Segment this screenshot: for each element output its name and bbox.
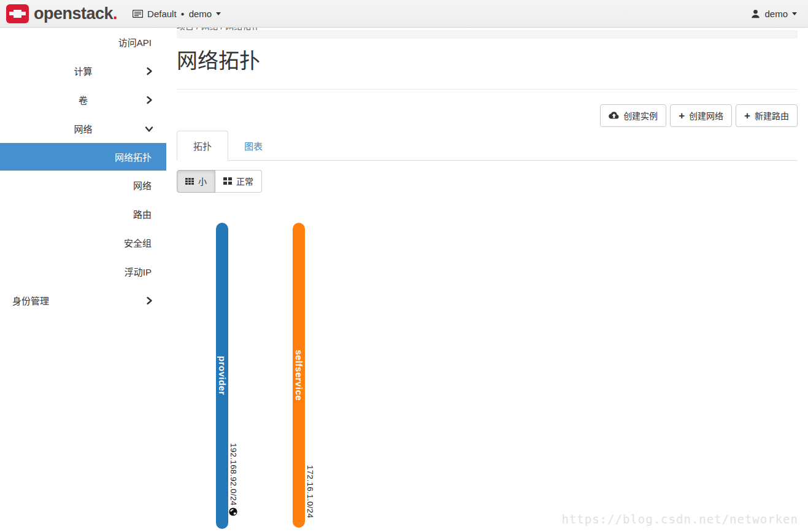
sidebar-item-label: 计算 xyxy=(74,64,92,77)
chevron-right-icon xyxy=(145,96,153,104)
subnet-label-provider: 192.168.92.0/24 xyxy=(229,443,238,516)
sidebar-item-label: 身份管理 xyxy=(12,294,49,307)
openstack-brand[interactable]: openstack. xyxy=(6,4,117,23)
create-router-label: 新建路由 xyxy=(755,109,789,121)
create-router-button[interactable]: + 新建路由 xyxy=(736,104,798,127)
sidebar-group-identity[interactable]: 身份管理 xyxy=(0,286,166,315)
project-label: demo xyxy=(189,9,212,19)
page-title: 网络拓扑 xyxy=(177,48,798,74)
csdn-watermark: https://blog.csdn.net/networken xyxy=(561,512,798,526)
sidebar-group-volumes[interactable]: 卷 xyxy=(0,85,166,114)
launch-instance-button[interactable]: 创建实例 xyxy=(600,104,666,127)
user-name: demo xyxy=(764,9,788,19)
grid-normal-icon xyxy=(223,177,232,185)
sidebar-group-compute[interactable]: 计算 xyxy=(0,56,166,85)
network-bar-selfservice[interactable]: selfservice xyxy=(293,223,305,528)
openstack-logo-icon xyxy=(6,4,29,23)
sidebar-item-network-topology[interactable]: 网络拓扑 xyxy=(0,143,166,171)
caret-down-icon xyxy=(792,12,797,15)
user-icon xyxy=(751,9,760,18)
network-bar-provider[interactable]: provider xyxy=(216,223,228,529)
sidebar-item-label: 路由 xyxy=(133,207,152,220)
view-tabs: 拓扑 图表 xyxy=(177,131,798,161)
plus-icon: + xyxy=(679,110,685,121)
title-divider xyxy=(177,89,798,90)
domain-project-switcher[interactable]: Default ● demo xyxy=(133,9,221,19)
sidebar-item-floating-ips[interactable]: 浮动IP xyxy=(0,257,166,286)
sidebar-item-networks[interactable]: 网络 xyxy=(0,171,166,199)
sidebar-item-label: 卷 xyxy=(79,93,88,106)
sidebar-item-api-access[interactable]: 访问API xyxy=(0,28,166,56)
network-name-label: selfservice xyxy=(294,350,304,401)
grid-small-icon xyxy=(185,178,194,185)
sidebar-item-label: 安全组 xyxy=(124,236,152,249)
top-navbar: openstack. Default ● demo demo xyxy=(0,0,808,28)
sidebar-item-label: 浮动IP xyxy=(125,265,152,278)
size-toggle-group: 小 正常 xyxy=(177,170,262,193)
domain-list-icon xyxy=(133,10,143,18)
plus-icon: + xyxy=(744,110,750,121)
subnet-label-selfservice: 172.16.1.0/24 xyxy=(306,465,315,518)
tab-topology[interactable]: 拓扑 xyxy=(177,131,228,161)
domain-label: Default xyxy=(147,9,177,19)
sidebar-item-routers[interactable]: 路由 xyxy=(0,199,166,228)
page-header-bar xyxy=(177,30,798,39)
main-content: 项目 / 网络 / 网络拓扑 网络拓扑 创建实例 + 创建网络 + 新建路由 拓… xyxy=(166,28,808,532)
sidebar-group-network[interactable]: 网络 xyxy=(0,114,166,143)
chevron-right-icon xyxy=(145,296,153,305)
sidebar-item-label: 访问API xyxy=(118,36,152,48)
sidebar-item-security-groups[interactable]: 安全组 xyxy=(0,228,166,257)
user-menu[interactable]: demo xyxy=(751,9,797,19)
size-normal-button[interactable]: 正常 xyxy=(215,170,262,193)
size-normal-label: 正常 xyxy=(236,175,253,187)
create-network-label: 创建网络 xyxy=(689,109,723,121)
sidebar-item-label: 网络 xyxy=(133,179,152,191)
size-small-label: 小 xyxy=(198,175,207,187)
chevron-right-icon xyxy=(145,67,153,75)
network-name-label: provider xyxy=(217,356,228,395)
cloud-upload-icon xyxy=(609,111,619,120)
context-bullet: ● xyxy=(181,10,185,17)
launch-instance-label: 创建实例 xyxy=(623,109,658,121)
external-network-globe-icon xyxy=(229,507,237,516)
size-small-button[interactable]: 小 xyxy=(177,170,215,193)
caret-down-icon xyxy=(216,12,221,15)
action-buttons: 创建实例 + 创建网络 + 新建路由 xyxy=(177,104,798,127)
sidebar-item-label: 网络 xyxy=(74,122,92,135)
chevron-down-icon xyxy=(145,125,153,133)
tab-graph[interactable]: 图表 xyxy=(228,131,279,160)
create-network-button[interactable]: + 创建网络 xyxy=(670,104,732,127)
sidebar-item-label: 网络拓扑 xyxy=(115,150,152,163)
sidebar-nav: 访问API 计算 卷 网络 网络拓扑 网络 路由 安全组 浮动IP 身份管理 xyxy=(0,28,166,532)
brand-text: openstack. xyxy=(34,4,117,23)
